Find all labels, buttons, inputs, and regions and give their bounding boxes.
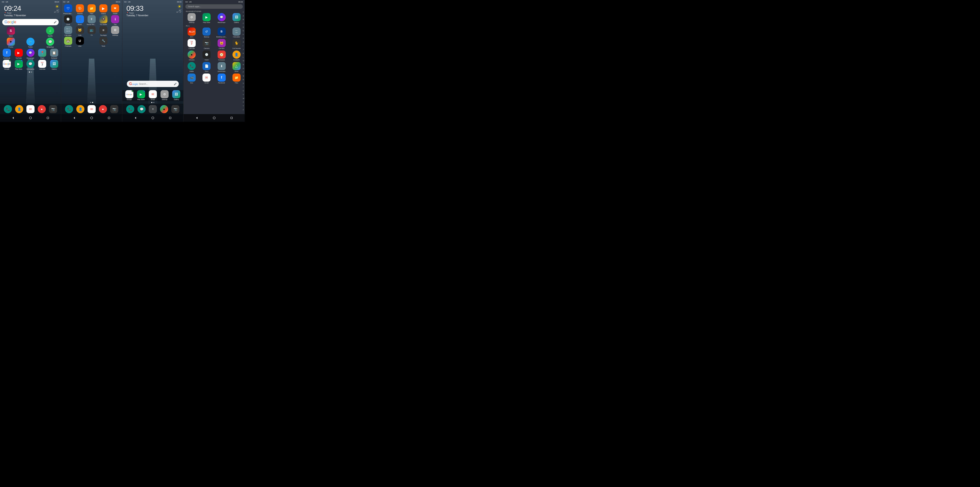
- back-btn-1[interactable]: [10, 115, 16, 121]
- search-input-3[interactable]: [139, 83, 173, 85]
- sugg-gallery[interactable]: 🖼 Gallery: [230, 13, 243, 23]
- app-twitter[interactable]: 🐦 Twitter: [21, 38, 40, 48]
- all-dialler[interactable]: 📞 Dialler: [185, 62, 198, 72]
- dock-email-1[interactable]: ✉: [26, 105, 35, 113]
- app-settings-2[interactable]: ⚙ Settings: [110, 26, 121, 36]
- dock-phone-2[interactable]: 📞: [65, 105, 73, 113]
- app-uber[interactable]: U Uber: [74, 37, 85, 47]
- back-btn-3[interactable]: [133, 115, 138, 121]
- all-chrome[interactable]: ● Chrome: [185, 51, 198, 61]
- app-spotify[interactable]: ♫ Spotify: [41, 27, 60, 37]
- app-topapps[interactable]: ⊞ Top Apps: [98, 26, 109, 36]
- app-files[interactable]: 📁 Files: [86, 4, 97, 14]
- suggestions-label: SUGGESTIONS: [183, 10, 245, 13]
- all-camera[interactable]: 📷 Camera: [200, 39, 213, 49]
- dock-camera-2[interactable]: 📷: [110, 105, 118, 113]
- app-email-3[interactable]: ✉ Email: [147, 90, 158, 100]
- home-btn-4[interactable]: [212, 115, 217, 121]
- app-health[interactable]: ❤ Health: [110, 4, 121, 14]
- app-soundrec[interactable]: 🎙 Sound Reco...: [86, 15, 97, 25]
- app-google[interactable]: Google Google: [2, 60, 12, 70]
- all-email[interactable]: ✉ Email: [200, 73, 213, 84]
- dock-contacts-2[interactable]: 👤: [76, 105, 84, 113]
- app-messaging[interactable]: 💬 Messaging: [25, 60, 36, 70]
- top-apps-row: 🛡 Phone Man... 🎨 Themes 📁 Files ▶ Videos…: [61, 3, 122, 15]
- google-search-3[interactable]: Google 🎤: [124, 80, 181, 88]
- all-catbird[interactable]: 🐱 Cat Bird: [215, 39, 228, 49]
- recents-btn-3[interactable]: [167, 115, 173, 121]
- app-photos[interactable]: ✦ Photos: [2, 38, 20, 48]
- google-search-1[interactable]: Google 🎤: [2, 19, 59, 25]
- recents-btn-2[interactable]: [106, 115, 112, 121]
- dock-messaging-3[interactable]: 💬: [137, 105, 146, 113]
- app-calendar-1[interactable]: NOV 7 Calendar: [37, 60, 48, 70]
- all-catsounds[interactable]: 🐈 Cat Sounds: [230, 39, 243, 49]
- sugg-messenger[interactable]: 💬 Messenger: [215, 13, 228, 23]
- all-docs[interactable]: 📄 Docs: [200, 62, 213, 72]
- app-videos[interactable]: ▶ Videos: [98, 4, 109, 14]
- all-compass[interactable]: 🧭 Compass: [215, 51, 228, 61]
- back-btn-4[interactable]: [194, 115, 199, 121]
- mic-icon-3[interactable]: 🎤: [174, 83, 177, 85]
- app-tips[interactable]: ℹ Tips: [110, 15, 121, 25]
- all-all4[interactable]: ALL4 All 4: [185, 27, 198, 38]
- recents-btn-4[interactable]: [229, 115, 234, 121]
- home-btn-3[interactable]: [150, 115, 156, 121]
- app-facebook[interactable]: f Facebook: [2, 49, 12, 59]
- app-music[interactable]: 🎵 Music: [74, 15, 85, 25]
- app-youtube[interactable]: ▶ YouTube: [13, 49, 24, 59]
- app-whatsapp[interactable]: 💬 WhatsApp: [41, 38, 60, 48]
- app-slack[interactable]: S Slack: [2, 27, 20, 37]
- all-booking[interactable]: B Booking.com...: [215, 27, 228, 38]
- dock-contacts-1[interactable]: 👤: [15, 105, 23, 113]
- home-btn-2[interactable]: [89, 115, 94, 121]
- app-themes[interactable]: 🎨 Themes: [74, 4, 85, 14]
- app-maps[interactable]: 📍 Maps: [37, 49, 48, 59]
- app-google-3[interactable]: Google Google: [124, 90, 135, 100]
- all-files[interactable]: 📁 Files: [230, 73, 243, 84]
- app-playstore-1[interactable]: ▶ Play Store: [13, 60, 24, 70]
- app-polytopia[interactable]: 🏰 Polytopia: [62, 37, 73, 47]
- app-notepad[interactable]: 📋 Notepad: [49, 49, 60, 59]
- dock-camera-3[interactable]: 📷: [171, 105, 180, 113]
- all-duo[interactable]: 📹 Duo: [185, 73, 198, 84]
- app-tv[interactable]: 📺 TV: [86, 26, 97, 36]
- app-cats[interactable]: 🐱 Cats: [74, 26, 85, 36]
- mic-icon-1[interactable]: 🎤: [54, 21, 56, 24]
- sugg-playstore[interactable]: ▶ Play Store: [200, 13, 213, 23]
- app-settings-3[interactable]: ⚙ Settings: [159, 90, 170, 100]
- drawer-search[interactable]: Search apps...: [185, 4, 243, 9]
- app-tfl[interactable]: 🚇 TfL Oyster: [98, 15, 109, 25]
- all-contacts[interactable]: 👤 Contacts: [230, 51, 243, 61]
- app-gallery-3[interactable]: 🖼 Gallery: [171, 90, 182, 100]
- all-calendar[interactable]: TUE 7 Calendar: [185, 39, 198, 49]
- app-clock[interactable]: 🕐 Clock: [62, 15, 73, 25]
- back-btn-2[interactable]: [72, 115, 77, 121]
- dock-dots-3[interactable]: ⠿: [149, 105, 157, 113]
- all-downloads[interactable]: ⬇ Downloads: [215, 62, 228, 72]
- all-backup[interactable]: ↺ Backup: [200, 27, 213, 38]
- dock-chrome-3[interactable]: ●: [160, 105, 168, 113]
- app-phoneman[interactable]: 🛡 Phone Man...: [62, 4, 73, 14]
- recents-btn-1[interactable]: [45, 115, 51, 121]
- home-btn-1[interactable]: [28, 115, 33, 121]
- all-clock[interactable]: 🕐 Clock: [200, 51, 213, 61]
- dock-phone-1[interactable]: 📞: [4, 105, 12, 113]
- sugg-settings[interactable]: ⚙ Settings: [185, 13, 198, 23]
- app-tools[interactable]: 🔧 Tools: [98, 37, 109, 47]
- dock-camera-1[interactable]: 📷: [49, 105, 57, 113]
- dock-phone-3[interactable]: 📞: [126, 105, 134, 113]
- status-bar-1: O2 · UK 09:24: [0, 0, 61, 3]
- app-gallery-1[interactable]: 🖼 Gallery: [49, 60, 60, 70]
- dock-email-2[interactable]: ✉: [88, 105, 96, 113]
- nav-bar-2: [61, 114, 122, 122]
- all-facebook[interactable]: f Facebook: [215, 73, 228, 84]
- dock-mini-2[interactable]: ●: [99, 105, 107, 113]
- all-calculator[interactable]: +−×= Calculator: [230, 27, 243, 38]
- app-calculator[interactable]: + −× = Calculator: [62, 26, 73, 36]
- app-playstore-3[interactable]: ▶ Play Store: [135, 90, 146, 100]
- all-drive[interactable]: △ Drive: [230, 62, 243, 72]
- carrier-1: O2 · UK: [2, 1, 8, 3]
- app-messenger[interactable]: 💬 Messenger: [25, 49, 36, 59]
- dock-mini-1[interactable]: ●: [38, 105, 46, 113]
